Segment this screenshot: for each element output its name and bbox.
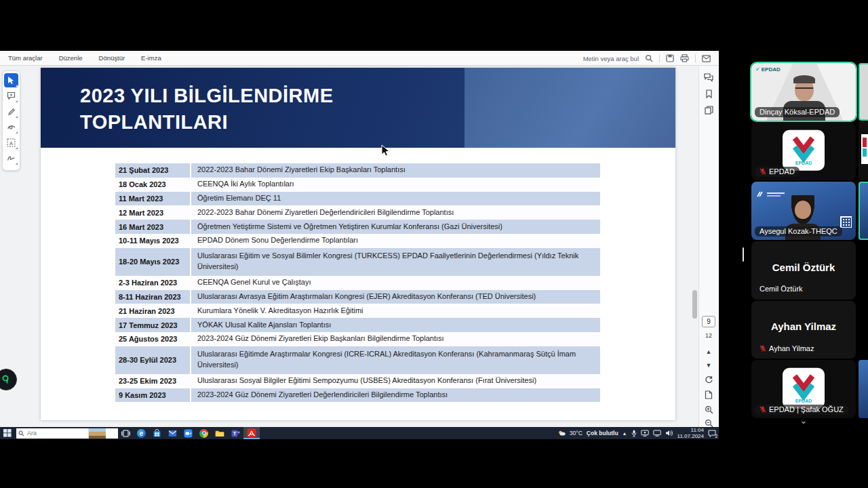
mail-app-icon[interactable] bbox=[165, 427, 180, 439]
action-center-button[interactable]: 2 bbox=[708, 430, 716, 437]
comment-tool-button[interactable] bbox=[4, 89, 18, 103]
participant-name-label: Aysegul Kozak-THEQC bbox=[755, 226, 842, 237]
tray-display-icon[interactable] bbox=[653, 430, 661, 436]
table-row: 25 Ağustos 20232023-2024 Güz Dönemi Ziya… bbox=[115, 332, 600, 346]
toolbar-divider bbox=[695, 54, 696, 62]
page-total: 12 bbox=[702, 332, 715, 339]
table-row: 16 Mart 2023Öğretmen Yetiştirme Sistemi … bbox=[115, 220, 600, 234]
svg-text:T: T bbox=[233, 430, 237, 436]
edge-app-icon[interactable]: e bbox=[134, 427, 149, 439]
participant-name-label: Ayhan Yilmaz bbox=[755, 344, 818, 354]
tray-speaker-icon[interactable] bbox=[665, 430, 673, 436]
svg-text:EPDAD: EPDAD bbox=[795, 399, 812, 403]
fit-page-icon[interactable] bbox=[703, 389, 714, 400]
bookmarks-panel-icon[interactable] bbox=[703, 88, 714, 99]
file-explorer-icon[interactable] bbox=[212, 427, 228, 439]
svg-text:A: A bbox=[9, 140, 14, 146]
comments-panel-icon[interactable] bbox=[703, 72, 714, 83]
tab-esign[interactable]: E-imza bbox=[133, 51, 170, 66]
acrobat-toolbar: Tüm araçlar Düzenle Dönüştür E-imza Meti… bbox=[0, 51, 719, 66]
participant-tile-epdad[interactable]: EPDAD EPDAD bbox=[751, 122, 856, 180]
tray-cast-icon[interactable] bbox=[641, 430, 649, 436]
participant-tile-cemil[interactable]: Cemil Öztürk Cemil Öztürk bbox=[751, 241, 856, 300]
draw-tool-button[interactable] bbox=[4, 120, 18, 134]
more-participants-button[interactable]: ⌄ bbox=[794, 416, 813, 427]
meeting-date: 23-25 Ekim 2023 bbox=[115, 374, 191, 388]
email-icon[interactable] bbox=[702, 55, 711, 62]
participant-silhouette bbox=[793, 75, 815, 83]
start-button[interactable] bbox=[0, 427, 15, 439]
meeting-date: 18 Ocak 2023 bbox=[115, 178, 191, 192]
meeting-date: 8-11 Haziran 2023 bbox=[115, 290, 191, 304]
table-row: 2-3 Haziran 2023CEENQA Genel Kurul ve Ça… bbox=[115, 276, 600, 290]
find-label: Metin veya araç bul bbox=[583, 55, 639, 62]
qr-code bbox=[840, 216, 852, 228]
table-row: 28-30 Eylül 2023Uluslararası Eğitimde Ar… bbox=[115, 346, 600, 374]
page-number-input[interactable]: 9 bbox=[702, 316, 715, 327]
slide-title-line1: 2023 YILI BİLGİLENDİRME bbox=[80, 83, 334, 109]
meeting-date: 21 Haziran 2023 bbox=[115, 304, 191, 318]
previous-page-icon[interactable]: ▲ bbox=[703, 348, 714, 355]
scrollbar-thumb[interactable] bbox=[692, 290, 697, 319]
clipped-tile-sliver bbox=[859, 122, 868, 180]
table-row: 11 Mart 2023Öğretim Elemanı DEÇ 11 bbox=[115, 192, 600, 206]
meeting-date: 17 Temmuz 2023 bbox=[115, 318, 191, 332]
taskbar-search[interactable] bbox=[16, 428, 118, 439]
meeting-date: 10-11 Mayıs 2023 bbox=[115, 234, 191, 248]
document-scrollbar[interactable] bbox=[692, 68, 697, 426]
participant-tile-ayhan[interactable]: Ayhan Yilmaz Ayhan Yilmaz bbox=[751, 301, 856, 359]
meeting-date: 18-20 Mayıs 2023 bbox=[115, 248, 191, 276]
sign-tool-button[interactable] bbox=[4, 151, 18, 165]
search-highlight-image[interactable] bbox=[88, 428, 106, 439]
participant-tile-safak[interactable]: EPDAD EPDAD | Şafak OĞUZ bbox=[751, 360, 856, 418]
tab-all-tools[interactable]: Tüm araçlar bbox=[0, 51, 51, 66]
slide-title-banner: 2023 YILI BİLGİLENDİRME TOPLANTILARI bbox=[41, 68, 675, 148]
floating-widget-icon bbox=[1, 374, 12, 385]
zoom-in-icon[interactable] bbox=[703, 404, 714, 415]
tab-edit[interactable]: Düzenle bbox=[51, 51, 91, 66]
banner-accent-panel bbox=[465, 68, 675, 148]
participant-tile-dincay[interactable]: ✔ EPDAD Dinçay Köksal-EPDAD bbox=[751, 63, 856, 121]
weather-temp[interactable]: 30°C bbox=[570, 430, 583, 436]
participant-tile-aysegul[interactable]: Aysegul Kozak-THEQC bbox=[751, 182, 856, 240]
svg-text:EPDAD: EPDAD bbox=[795, 161, 812, 165]
panel-handle[interactable] bbox=[743, 247, 744, 262]
teams-app-icon[interactable]: T bbox=[228, 427, 243, 439]
save-icon[interactable] bbox=[666, 54, 674, 62]
weather-desc[interactable]: Çok bulutlu bbox=[587, 430, 618, 436]
search-input[interactable] bbox=[27, 430, 85, 436]
print-icon[interactable] bbox=[680, 54, 689, 62]
participant-name-label: Cemil Öztürk bbox=[755, 284, 808, 294]
next-page-icon[interactable]: ▼ bbox=[703, 362, 714, 369]
taskbar-clock[interactable]: 11:04 11.07.2024 bbox=[677, 427, 704, 439]
acrobat-app-icon[interactable] bbox=[243, 427, 260, 439]
tab-convert[interactable]: Dönüştür bbox=[91, 51, 134, 66]
meeting-date: 16 Mart 2023 bbox=[115, 220, 191, 234]
meeting-date: 25 Ağustos 2023 bbox=[115, 332, 191, 346]
meeting-desc: 2022-2023 Bahar Dönemi Ziyaretleri Değer… bbox=[191, 205, 600, 220]
zoom-app-icon[interactable] bbox=[180, 427, 196, 439]
meeting-desc: Kurumlara Yönelik V. Akreditasyon Hazırl… bbox=[191, 304, 600, 318]
search-icon[interactable] bbox=[645, 54, 653, 62]
refresh-view-icon[interactable] bbox=[703, 374, 714, 385]
clipped-tile-sliver bbox=[859, 182, 868, 240]
meeting-desc: YÖKAK Ulusal Kalite Ajansları Toplantısı bbox=[191, 318, 600, 332]
chrome-app-icon[interactable] bbox=[196, 427, 212, 439]
meeting-date: 2-3 Haziran 2023 bbox=[115, 276, 191, 290]
clock-date: 11.07.2024 bbox=[677, 433, 704, 439]
tray-mic-icon[interactable] bbox=[631, 430, 637, 437]
page-thumbnails-icon[interactable] bbox=[703, 104, 714, 115]
epdad-watermark: ✔ EPDAD bbox=[755, 66, 781, 73]
table-row: 23-25 Ekim 2023Uluslararası Sosyal Bilgi… bbox=[115, 374, 600, 388]
task-view-button[interactable] bbox=[118, 427, 134, 439]
store-app-icon[interactable] bbox=[149, 427, 165, 439]
table-row: 9 Kasım 20232023-2024 Güz Dönemi Ziyaret… bbox=[115, 388, 600, 403]
add-text-tool-button[interactable]: A bbox=[4, 136, 18, 150]
epdad-logo: EPDAD bbox=[783, 368, 825, 409]
slide-title-line2: TOPLANTILARI bbox=[80, 109, 334, 136]
select-tool-button[interactable] bbox=[4, 73, 18, 87]
tray-expand-icon[interactable]: ▲ bbox=[623, 431, 627, 436]
pencil-tool-button[interactable] bbox=[4, 104, 18, 119]
clipped-tile-sliver bbox=[859, 360, 868, 418]
mic-muted-icon bbox=[760, 406, 766, 413]
